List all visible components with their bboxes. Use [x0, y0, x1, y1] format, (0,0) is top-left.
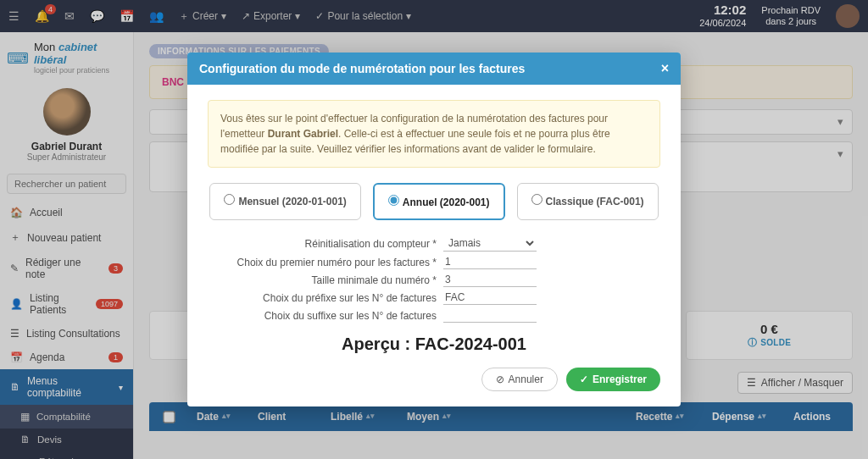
radio-annual-input[interactable] [388, 195, 399, 206]
preview: Aperçu : FAC-2024-001 [208, 335, 660, 354]
select-reset[interactable]: Jamais [443, 235, 537, 252]
save-button[interactable]: ✓Enregistrer [566, 368, 660, 391]
radio-classic-input[interactable] [531, 194, 542, 205]
row-first: Choix du premier numéro pour les facture… [208, 255, 660, 269]
radio-classic[interactable]: Classique (FAC-001) [517, 183, 659, 220]
label-prefix: Choix du préfixe sur les N° de factures [208, 292, 437, 304]
close-icon[interactable]: × [661, 61, 669, 76]
modal-footer: ⊘Annuler ✓Enregistrer [208, 368, 660, 395]
radio-annual[interactable]: Annuel (2020-001) [373, 183, 505, 220]
modal-title: Configuration du mode de numérotation po… [199, 62, 525, 75]
input-first[interactable] [443, 255, 537, 269]
modal-body: Vous êtes sur le point d'effectuer la co… [187, 85, 681, 406]
label-suffix: Choix du suffixe sur les N° de factures [208, 310, 437, 322]
modal-warning: Vous êtes sur le point d'effectuer la co… [208, 100, 660, 168]
row-reset: Réinitialisation du compteur * Jamais [208, 235, 660, 252]
form-rows: Réinitialisation du compteur * Jamais Ch… [208, 235, 660, 323]
row-suffix: Choix du suffixe sur les N° de factures [208, 308, 660, 323]
label-min: Taille minimale du numéro * [208, 274, 437, 286]
input-min[interactable] [443, 273, 537, 287]
radio-monthly[interactable]: Mensuel (2020-01-001) [209, 183, 360, 220]
modal: Configuration du mode de numérotation po… [187, 53, 681, 406]
numbering-mode-row: Mensuel (2020-01-001) Annuel (2020-001) … [208, 183, 660, 220]
input-suffix[interactable] [443, 308, 537, 323]
label-reset: Réinitialisation du compteur * [208, 238, 437, 250]
check-icon: ✓ [580, 373, 588, 385]
input-prefix[interactable] [443, 290, 537, 305]
ban-icon: ⊘ [496, 373, 504, 385]
label-first: Choix du premier numéro pour les facture… [208, 257, 437, 268]
row-prefix: Choix du préfixe sur les N° de factures [208, 290, 660, 305]
radio-monthly-input[interactable] [224, 194, 235, 205]
cancel-button[interactable]: ⊘Annuler [481, 368, 558, 391]
row-min: Taille minimale du numéro * [208, 273, 660, 287]
modal-header: Configuration du mode de numérotation po… [187, 53, 681, 85]
